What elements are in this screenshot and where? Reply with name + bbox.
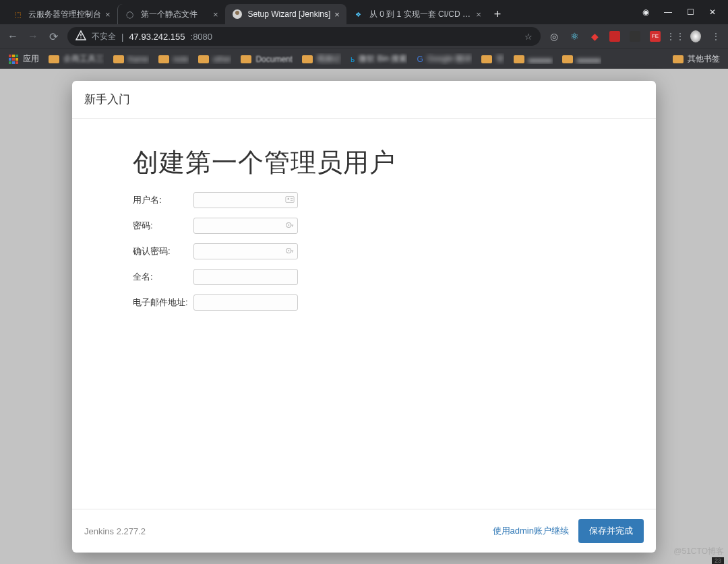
svg-point-20 bbox=[288, 250, 289, 251]
window-controls: ◉ — ☐ ✕ bbox=[630, 0, 728, 24]
apps-button[interactable]: 应用 bbox=[8, 53, 39, 65]
svg-rect-7 bbox=[9, 58, 11, 61]
bookmark-folder[interactable]: frame bbox=[113, 55, 149, 64]
extension-dark-icon[interactable] bbox=[630, 31, 640, 42]
bookmark-folder[interactable]: 管 bbox=[481, 53, 504, 65]
tab-close-icon[interactable]: × bbox=[213, 9, 218, 20]
security-label: 不安全 bbox=[92, 31, 116, 42]
minimize-icon[interactable]: — bbox=[664, 7, 672, 17]
react-devtools-icon[interactable]: ⚛ bbox=[569, 31, 580, 42]
extension-icons: ◎ ⚛ ◆ FE ⋮⋮ ⋮ bbox=[549, 31, 721, 42]
svg-rect-15 bbox=[291, 198, 293, 199]
bookmark-folder[interactable]: ▬▬▬ bbox=[514, 55, 553, 64]
row-password: 密码: bbox=[133, 218, 595, 234]
wizard-card: 新手入门 创建第一个管理员用户 用户名: 密码: bbox=[72, 81, 656, 553]
confirm-password-label: 确认密码: bbox=[133, 245, 193, 257]
bookmark-link[interactable]: GGoogle 翻译 bbox=[417, 53, 471, 65]
bookmark-star-icon[interactable]: ☆ bbox=[524, 32, 533, 42]
skip-admin-button[interactable]: 使用admin账户继续 bbox=[483, 520, 578, 542]
fullname-label: 全名: bbox=[133, 271, 193, 283]
customize-chrome-icon[interactable]: ◉ bbox=[642, 7, 649, 17]
address-bar[interactable]: 不安全 | 47.93.242.155:8080 ☆ bbox=[67, 27, 541, 46]
bookmark-folder[interactable]: ▬▬▬ bbox=[562, 55, 601, 64]
url-port: :8080 bbox=[191, 32, 213, 42]
email-label: 电子邮件地址: bbox=[133, 296, 193, 309]
reload-button[interactable]: ⟳ bbox=[47, 30, 59, 43]
other-bookmarks-label: 其他书签 bbox=[688, 53, 720, 65]
key-icon[interactable] bbox=[285, 220, 295, 232]
svg-rect-16 bbox=[291, 200, 293, 201]
svg-rect-2 bbox=[80, 34, 81, 36]
bookmark-link[interactable]: ь微软 Bin 搜索 bbox=[351, 53, 407, 65]
bookmark-folder[interactable]: 企商工具三 bbox=[49, 53, 104, 65]
back-button[interactable]: ← bbox=[7, 30, 19, 42]
contact-card-icon[interactable] bbox=[285, 195, 295, 206]
svg-rect-6 bbox=[16, 55, 18, 57]
tab-cicd-article[interactable]: ❖ 从 0 到 1 实现一套 CI/CD 流程 × bbox=[346, 4, 488, 24]
svg-rect-10 bbox=[9, 61, 11, 64]
extension-red-icon[interactable] bbox=[609, 31, 620, 42]
extension-fe-icon[interactable]: FE bbox=[650, 31, 661, 42]
svg-rect-5 bbox=[12, 55, 15, 57]
new-tab-button[interactable]: + bbox=[488, 4, 507, 24]
tab-label: 第一个静态文件 bbox=[141, 9, 209, 20]
bookmark-folder[interactable]: note bbox=[158, 55, 189, 64]
row-confirm: 确认密码: bbox=[133, 243, 595, 259]
ublock-icon[interactable]: ◆ bbox=[589, 31, 600, 42]
wizard-footer: Jenkins 2.277.2 使用admin账户继续 保存并完成 bbox=[72, 509, 656, 553]
svg-rect-12 bbox=[16, 61, 18, 64]
password-input[interactable] bbox=[193, 218, 298, 234]
corner-number: 23 bbox=[712, 557, 724, 564]
close-window-icon[interactable]: ✕ bbox=[709, 7, 716, 17]
svg-rect-8 bbox=[12, 58, 15, 61]
extensions-menu-icon[interactable]: ⋮⋮ bbox=[670, 31, 681, 42]
page-viewport: 新手入门 创建第一个管理员用户 用户名: 密码: bbox=[0, 69, 728, 564]
svg-point-18 bbox=[288, 224, 289, 226]
maximize-icon[interactable]: ☐ bbox=[687, 7, 694, 17]
row-email: 电子邮件地址: bbox=[133, 294, 595, 311]
tab-jenkins-wizard[interactable]: Setup Wizard [Jenkins] × bbox=[225, 4, 346, 24]
forward-button[interactable]: → bbox=[27, 30, 39, 42]
tab-close-icon[interactable]: × bbox=[105, 9, 111, 20]
tab-cloud-console[interactable]: ⬚ 云服务器管理控制台 × bbox=[5, 4, 117, 24]
browser-navbar: ← → ⟳ 不安全 | 47.93.242.155:8080 ☆ ◎ ⚛ ◆ F… bbox=[0, 24, 728, 49]
svg-point-1 bbox=[235, 11, 239, 15]
bookmark-folder[interactable]: Document bbox=[241, 55, 293, 64]
svg-point-14 bbox=[288, 198, 290, 200]
svg-rect-9 bbox=[16, 58, 18, 61]
row-username: 用户名: bbox=[133, 192, 595, 208]
bookmarks-bar: 应用 企商工具三 frame note other Document 视频记 ь… bbox=[0, 49, 728, 69]
svg-rect-3 bbox=[80, 37, 81, 38]
row-fullname: 全名: bbox=[133, 269, 595, 285]
bookmark-folder[interactable]: 视频记 bbox=[302, 53, 341, 65]
other-bookmarks[interactable]: 其他书签 bbox=[673, 53, 720, 65]
key-icon[interactable] bbox=[285, 246, 295, 257]
page-title: 创建第一个管理员用户 bbox=[133, 146, 595, 180]
tab-label: 云服务器管理控制台 bbox=[28, 9, 101, 20]
email-input[interactable] bbox=[193, 294, 298, 311]
password-label: 密码: bbox=[133, 220, 193, 232]
fullname-input[interactable] bbox=[193, 269, 298, 285]
tab-close-icon[interactable]: × bbox=[476, 9, 481, 20]
save-finish-button[interactable]: 保存并完成 bbox=[578, 519, 644, 543]
tab-close-icon[interactable]: × bbox=[334, 9, 340, 20]
bookmark-folder[interactable]: other bbox=[198, 55, 231, 64]
wizard-header: 新手入门 bbox=[72, 81, 656, 119]
tab-label: 从 0 到 1 实现一套 CI/CD 流程 bbox=[369, 9, 472, 20]
username-input[interactable] bbox=[193, 192, 298, 208]
svg-rect-13 bbox=[286, 197, 294, 203]
confirm-password-input[interactable] bbox=[193, 243, 298, 259]
insecure-icon bbox=[75, 30, 86, 43]
jenkins-version: Jenkins 2.277.2 bbox=[84, 526, 146, 536]
tab-favicon-cicd: ❖ bbox=[353, 9, 364, 20]
tab-static-file[interactable]: ◯ 第一个静态文件 × bbox=[117, 4, 225, 24]
svg-rect-11 bbox=[12, 61, 15, 64]
tab-favicon-cloud: ⬚ bbox=[12, 9, 23, 20]
browser-tabs: ⬚ 云服务器管理控制台 × ◯ 第一个静态文件 × Setup Wizard [… bbox=[0, 0, 630, 24]
svg-rect-4 bbox=[9, 55, 11, 57]
window-titlebar: ⬚ 云服务器管理控制台 × ◯ 第一个静态文件 × Setup Wizard [… bbox=[0, 0, 728, 24]
chrome-menu-icon[interactable]: ⋮ bbox=[710, 31, 721, 42]
profile-avatar[interactable] bbox=[690, 31, 701, 42]
aperture-icon[interactable]: ◎ bbox=[549, 31, 559, 42]
tab-label: Setup Wizard [Jenkins] bbox=[248, 9, 331, 19]
